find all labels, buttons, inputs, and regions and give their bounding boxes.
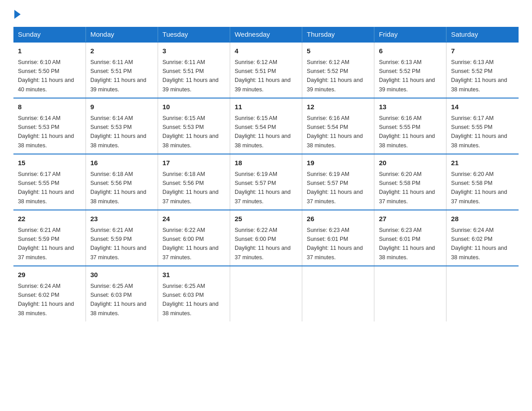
calendar-cell: 28Sunrise: 6:24 AMSunset: 6:02 PMDayligh… (446, 210, 519, 266)
header-row: Sunday Monday Tuesday Wednesday Thursday… (13, 27, 519, 42)
calendar-cell: 7Sunrise: 6:13 AMSunset: 5:52 PMDaylight… (446, 42, 519, 98)
day-number: 26 (307, 214, 369, 224)
day-number: 4 (235, 46, 297, 56)
day-info: Sunrise: 6:24 AMSunset: 6:02 PMDaylight:… (18, 283, 74, 317)
calendar-cell: 21Sunrise: 6:20 AMSunset: 5:58 PMDayligh… (446, 154, 519, 210)
day-number: 7 (451, 46, 514, 56)
day-number: 3 (163, 46, 225, 56)
calendar-week-1: 1Sunrise: 6:10 AMSunset: 5:50 PMDaylight… (13, 42, 519, 98)
day-number: 11 (235, 102, 297, 112)
day-number: 15 (18, 158, 81, 168)
header-friday: Friday (374, 27, 446, 42)
calendar-cell: 31Sunrise: 6:25 AMSunset: 6:03 PMDayligh… (158, 266, 230, 321)
calendar-cell: 29Sunrise: 6:24 AMSunset: 6:02 PMDayligh… (13, 266, 86, 321)
calendar-cell: 19Sunrise: 6:19 AMSunset: 5:57 PMDayligh… (302, 154, 374, 210)
calendar-week-3: 15Sunrise: 6:17 AMSunset: 5:55 PMDayligh… (13, 154, 519, 210)
day-info: Sunrise: 6:12 AMSunset: 5:52 PMDaylight:… (307, 59, 363, 93)
calendar-cell: 1Sunrise: 6:10 AMSunset: 5:50 PMDaylight… (13, 42, 86, 98)
calendar-cell: 9Sunrise: 6:14 AMSunset: 5:53 PMDaylight… (86, 98, 158, 154)
calendar-cell: 3Sunrise: 6:11 AMSunset: 5:51 PMDaylight… (158, 42, 230, 98)
day-number: 2 (90, 46, 153, 56)
day-number: 29 (18, 270, 81, 280)
calendar-cell: 22Sunrise: 6:21 AMSunset: 5:59 PMDayligh… (13, 210, 86, 266)
calendar-cell: 24Sunrise: 6:22 AMSunset: 6:00 PMDayligh… (158, 210, 230, 266)
day-number: 6 (379, 46, 442, 56)
day-info: Sunrise: 6:23 AMSunset: 6:01 PMDaylight:… (379, 227, 435, 261)
day-number: 1 (18, 46, 81, 56)
day-info: Sunrise: 6:14 AMSunset: 5:53 PMDaylight:… (18, 115, 74, 149)
calendar-cell: 6Sunrise: 6:13 AMSunset: 5:52 PMDaylight… (374, 42, 446, 98)
day-info: Sunrise: 6:20 AMSunset: 5:58 PMDaylight:… (379, 171, 435, 205)
day-info: Sunrise: 6:20 AMSunset: 5:58 PMDaylight:… (451, 171, 507, 205)
header-thursday: Thursday (302, 27, 374, 42)
calendar-cell: 16Sunrise: 6:18 AMSunset: 5:56 PMDayligh… (86, 154, 158, 210)
day-number: 12 (307, 102, 369, 112)
header-saturday: Saturday (446, 27, 519, 42)
day-info: Sunrise: 6:18 AMSunset: 5:56 PMDaylight:… (90, 171, 146, 205)
page-header (13, 9, 519, 19)
day-info: Sunrise: 6:19 AMSunset: 5:57 PMDaylight:… (307, 171, 363, 205)
day-number: 17 (163, 158, 225, 168)
day-number: 8 (18, 102, 81, 112)
calendar-cell (374, 266, 446, 321)
day-number: 20 (379, 158, 442, 168)
day-number: 14 (451, 102, 514, 112)
day-info: Sunrise: 6:23 AMSunset: 6:01 PMDaylight:… (307, 227, 363, 261)
day-number: 21 (451, 158, 514, 168)
day-number: 27 (379, 214, 442, 224)
day-number: 22 (18, 214, 81, 224)
calendar-cell: 18Sunrise: 6:19 AMSunset: 5:57 PMDayligh… (230, 154, 302, 210)
day-info: Sunrise: 6:11 AMSunset: 5:51 PMDaylight:… (163, 59, 219, 93)
day-info: Sunrise: 6:15 AMSunset: 5:54 PMDaylight:… (235, 115, 291, 149)
day-number: 19 (307, 158, 369, 168)
day-info: Sunrise: 6:13 AMSunset: 5:52 PMDaylight:… (379, 59, 435, 93)
day-info: Sunrise: 6:25 AMSunset: 6:03 PMDaylight:… (90, 283, 146, 317)
day-info: Sunrise: 6:11 AMSunset: 5:51 PMDaylight:… (90, 59, 146, 93)
day-info: Sunrise: 6:12 AMSunset: 5:51 PMDaylight:… (235, 59, 291, 93)
logo (13, 9, 21, 19)
day-number: 18 (235, 158, 297, 168)
calendar-cell: 23Sunrise: 6:21 AMSunset: 5:59 PMDayligh… (86, 210, 158, 266)
day-number: 5 (307, 46, 369, 56)
calendar-week-4: 22Sunrise: 6:21 AMSunset: 5:59 PMDayligh… (13, 210, 519, 266)
day-info: Sunrise: 6:10 AMSunset: 5:50 PMDaylight:… (18, 59, 74, 93)
calendar-cell: 27Sunrise: 6:23 AMSunset: 6:01 PMDayligh… (374, 210, 446, 266)
calendar-cell: 30Sunrise: 6:25 AMSunset: 6:03 PMDayligh… (86, 266, 158, 321)
calendar-cell (230, 266, 302, 321)
calendar-cell: 2Sunrise: 6:11 AMSunset: 5:51 PMDaylight… (86, 42, 158, 98)
calendar-header: Sunday Monday Tuesday Wednesday Thursday… (13, 27, 519, 42)
day-info: Sunrise: 6:21 AMSunset: 5:59 PMDaylight:… (90, 227, 146, 261)
calendar-cell (446, 266, 519, 321)
calendar-cell: 8Sunrise: 6:14 AMSunset: 5:53 PMDaylight… (13, 98, 86, 154)
day-number: 23 (90, 214, 153, 224)
day-number: 9 (90, 102, 153, 112)
day-number: 30 (90, 270, 153, 280)
calendar-table: Sunday Monday Tuesday Wednesday Thursday… (13, 27, 519, 321)
header-monday: Monday (86, 27, 158, 42)
calendar-cell: 14Sunrise: 6:17 AMSunset: 5:55 PMDayligh… (446, 98, 519, 154)
day-info: Sunrise: 6:22 AMSunset: 6:00 PMDaylight:… (163, 227, 219, 261)
header-wednesday: Wednesday (230, 27, 302, 42)
day-number: 16 (90, 158, 153, 168)
day-info: Sunrise: 6:18 AMSunset: 5:56 PMDaylight:… (163, 171, 219, 205)
calendar-week-5: 29Sunrise: 6:24 AMSunset: 6:02 PMDayligh… (13, 266, 519, 321)
day-number: 24 (163, 214, 225, 224)
day-info: Sunrise: 6:16 AMSunset: 5:54 PMDaylight:… (307, 115, 363, 149)
calendar-cell: 4Sunrise: 6:12 AMSunset: 5:51 PMDaylight… (230, 42, 302, 98)
calendar-body: 1Sunrise: 6:10 AMSunset: 5:50 PMDaylight… (13, 42, 519, 321)
calendar-cell: 11Sunrise: 6:15 AMSunset: 5:54 PMDayligh… (230, 98, 302, 154)
calendar-cell: 13Sunrise: 6:16 AMSunset: 5:55 PMDayligh… (374, 98, 446, 154)
day-info: Sunrise: 6:15 AMSunset: 5:53 PMDaylight:… (163, 115, 219, 149)
day-info: Sunrise: 6:24 AMSunset: 6:02 PMDaylight:… (451, 227, 507, 261)
day-number: 25 (235, 214, 297, 224)
day-info: Sunrise: 6:25 AMSunset: 6:03 PMDaylight:… (163, 283, 219, 317)
calendar-cell: 20Sunrise: 6:20 AMSunset: 5:58 PMDayligh… (374, 154, 446, 210)
day-info: Sunrise: 6:17 AMSunset: 5:55 PMDaylight:… (18, 171, 74, 205)
calendar-cell: 26Sunrise: 6:23 AMSunset: 6:01 PMDayligh… (302, 210, 374, 266)
calendar-cell: 10Sunrise: 6:15 AMSunset: 5:53 PMDayligh… (158, 98, 230, 154)
day-number: 28 (451, 214, 514, 224)
header-tuesday: Tuesday (158, 27, 230, 42)
calendar-cell: 17Sunrise: 6:18 AMSunset: 5:56 PMDayligh… (158, 154, 230, 210)
calendar-cell: 25Sunrise: 6:22 AMSunset: 6:00 PMDayligh… (230, 210, 302, 266)
calendar-cell: 12Sunrise: 6:16 AMSunset: 5:54 PMDayligh… (302, 98, 374, 154)
